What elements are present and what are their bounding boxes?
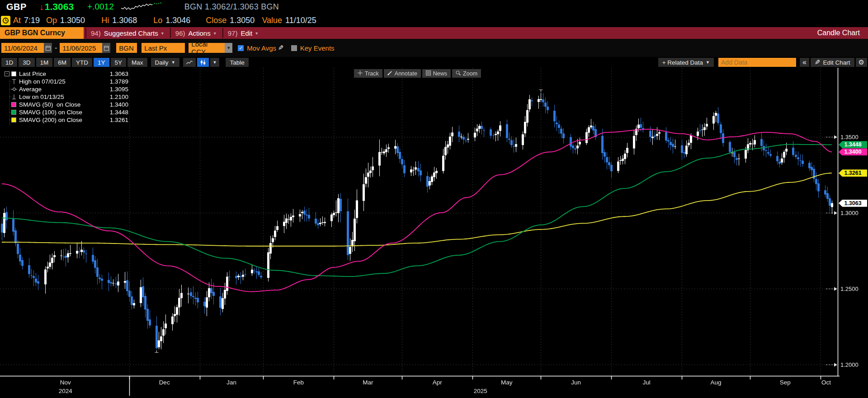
calendar-icon[interactable] <box>44 43 52 53</box>
menu-item-number: 97) <box>228 29 238 37</box>
tree-stub <box>9 97 12 97</box>
chart-canvas[interactable] <box>0 68 868 398</box>
menu-item-suggested-charts[interactable]: 94)Suggested Charts▾ <box>85 28 168 38</box>
ticker: GBP <box>6 2 27 12</box>
security-field[interactable]: GBP BGN Curncy <box>0 27 84 39</box>
low-label: Lo <box>153 16 162 25</box>
legend-tree-branch <box>4 116 11 124</box>
calendar-icon[interactable] <box>102 43 110 53</box>
price-field-selector[interactable]: Last Px <box>142 43 185 53</box>
candle-chart-type-button[interactable] <box>197 58 209 67</box>
legend-swatch <box>11 110 19 115</box>
legend-row[interactable]: SMAVG (100) on Close1.3448 <box>4 108 128 116</box>
related-data-button[interactable]: + Related Data ▼ <box>658 58 714 67</box>
legend-tree-branch <box>4 108 11 116</box>
collapse-legend-icon[interactable]: − <box>5 71 9 76</box>
legend-row[interactable]: Low on 01/13/251.2100 <box>4 93 128 101</box>
legend-value: 1.3400 <box>110 101 128 108</box>
chart-area: TrackAnnotateNewsZoom −Last Price1.3063H… <box>0 68 868 398</box>
price-tag: 1.3261 <box>839 169 867 177</box>
menu-item-edit[interactable]: 97)Edit▾ <box>222 28 263 38</box>
month-label: Dec <box>151 379 178 386</box>
month-label: Aug <box>702 379 729 386</box>
color-swatch <box>11 102 16 107</box>
net-change: +.0012 <box>87 2 114 12</box>
menu-item-label: Actions <box>188 29 210 37</box>
zoom-button[interactable]: Zoom <box>452 69 481 78</box>
news-label: News <box>433 70 447 77</box>
menu-item-label: Suggested Charts <box>104 29 158 37</box>
legend-row[interactable]: SMAVG (50) on Close1.3400 <box>4 101 128 108</box>
period-tab-5y[interactable]: 5Y <box>111 58 127 67</box>
currency-dropdown-arrow-icon[interactable]: ▼ <box>225 43 232 53</box>
date-from-input[interactable]: 11/06/2024 <box>1 43 44 53</box>
legend-row[interactable]: −Last Price1.3063 <box>4 70 128 78</box>
year-label: 2024 <box>52 388 79 394</box>
period-tab-6m[interactable]: 6M <box>54 58 71 67</box>
pricing-source-field[interactable]: BGN <box>116 43 137 53</box>
period-tab-1d[interactable]: 1D <box>1 58 17 67</box>
period-tab-max[interactable]: Max <box>127 58 147 67</box>
legend-value: 1.2100 <box>110 94 128 100</box>
close-value: 1.3050 <box>230 16 255 25</box>
mov-avgs-label[interactable]: Mov Avgs <box>247 44 276 52</box>
legend-row[interactable]: High on 07/01/251.3789 <box>4 78 128 85</box>
track-button[interactable]: Track <box>354 69 382 78</box>
key-events-label[interactable]: Key Events <box>300 44 335 52</box>
frequency-dropdown[interactable]: Daily ▼ <box>151 58 179 67</box>
period-tab-1y[interactable]: 1Y <box>94 58 109 67</box>
legend-tree-branch <box>4 78 11 85</box>
color-swatch <box>11 117 16 122</box>
month-label: Oct <box>812 379 840 386</box>
chart-settings-gear-icon[interactable]: ⚙ <box>856 58 867 67</box>
period-tab-1m[interactable]: 1M <box>36 58 53 67</box>
line-chart-type-button[interactable] <box>183 58 196 67</box>
month-label: Mar <box>354 379 382 386</box>
annotate-button[interactable]: Annotate <box>384 69 421 78</box>
table-button[interactable]: Table <box>226 58 248 67</box>
period-tab-3d[interactable]: 3D <box>19 58 34 67</box>
dropdown-arrow-icon: ▾ <box>214 31 216 36</box>
currency-selector[interactable]: Local CCY <box>189 43 225 53</box>
menubar: GBP BGN Curncy 94)Suggested Charts▾96)Ac… <box>0 27 868 39</box>
color-swatch <box>11 71 16 76</box>
bid-ask-quote: BGN 1.3062/1.3063 BGN <box>184 2 279 12</box>
news-icon <box>426 70 431 77</box>
open-label: Op <box>46 16 57 25</box>
legend-row[interactable]: Average1.3095 <box>4 85 128 93</box>
track-label: Track <box>365 70 379 77</box>
menu-item-actions[interactable]: 96)Actions▾ <box>170 28 221 38</box>
chart-type-dropdown[interactable]: ▼ <box>210 58 220 67</box>
menu-item-number: 96) <box>175 29 185 37</box>
last-price: 1.3063 <box>45 1 74 12</box>
news-button[interactable]: News <box>422 69 451 78</box>
chart-type-title: Candle Chart <box>817 29 860 37</box>
chart-legend: −Last Price1.3063High on 07/01/251.3789A… <box>4 70 128 124</box>
dropdown-arrow-icon: ▼ <box>213 60 217 65</box>
key-events-checkbox[interactable] <box>291 45 297 51</box>
intraday-sparkline <box>120 2 164 12</box>
color-swatch <box>11 110 16 115</box>
low-marker-icon <box>11 94 19 100</box>
mov-avgs-checkbox[interactable]: ✓ <box>238 45 244 51</box>
mov-avgs-edit-pencil-icon[interactable]: ✎ <box>278 44 284 52</box>
legend-tree-branch <box>4 93 11 101</box>
track-icon <box>358 70 363 77</box>
legend-expander[interactable]: − <box>4 70 11 78</box>
period-tab-ytd[interactable]: YTD <box>72 58 92 67</box>
add-data-input[interactable] <box>718 58 796 67</box>
legend-label: Last Price <box>19 70 46 77</box>
date-to-input[interactable]: 11/06/2025 <box>60 43 102 53</box>
legend-label: SMAVG (200) on Close <box>19 117 82 123</box>
avg-marker-icon <box>11 86 19 92</box>
at-label: At <box>13 16 21 25</box>
month-label: Apr <box>424 379 451 386</box>
legend-value: 1.3063 <box>110 70 128 77</box>
y-axis-tick-label: 1.2000 <box>840 361 859 368</box>
legend-row[interactable]: SMAVG (200) on Close1.3261 <box>4 116 128 124</box>
high-value: 1.3068 <box>112 16 137 25</box>
edit-chart-button[interactable]: ✎ Edit Chart <box>811 58 854 67</box>
month-label: Nov <box>52 379 79 386</box>
high-marker-icon <box>11 79 19 84</box>
collapse-panel-button[interactable]: « <box>800 58 809 67</box>
